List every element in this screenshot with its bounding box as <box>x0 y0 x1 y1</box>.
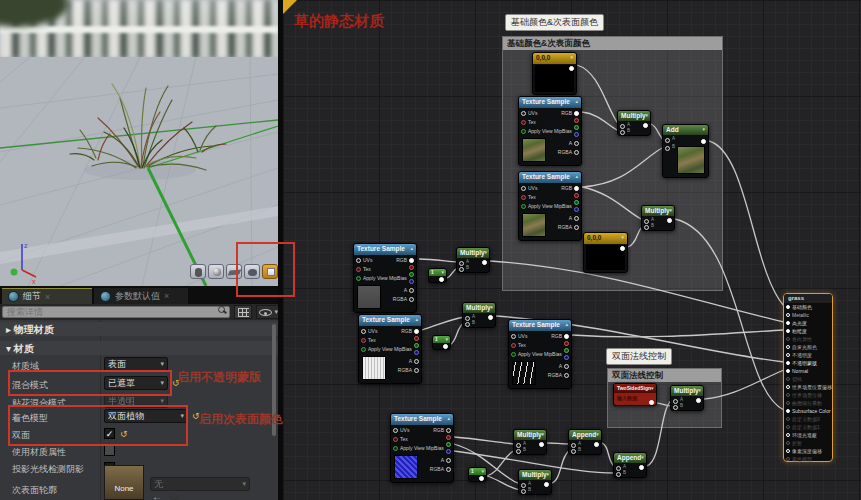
texture-sample-node[interactable]: Texture Sample▴ UVs Tex Apply View MipBi… <box>508 319 572 389</box>
input-pin-tex[interactable] <box>356 267 361 272</box>
scalar-constant-node[interactable]: 1▾ <box>428 268 447 283</box>
input-pin-mipbias[interactable] <box>356 276 361 281</box>
browse-to-asset-icon[interactable] <box>170 493 177 500</box>
output-pin-b[interactable] <box>564 355 569 360</box>
pin-subsurface-color[interactable]: Subsurface Color <box>784 407 832 415</box>
section-material[interactable]: ▾ 材质 <box>0 341 283 355</box>
input-pin-tex[interactable] <box>511 343 516 348</box>
input-pin-uvs[interactable] <box>521 111 526 116</box>
output-pin-rgba[interactable] <box>414 368 419 373</box>
input-pin-uvs[interactable] <box>521 186 526 191</box>
output-pin-b[interactable] <box>446 449 451 454</box>
input-pin-mipbias[interactable] <box>393 446 398 451</box>
pin-opacity-mask[interactable]: 不透明蒙版 <box>784 359 832 367</box>
output-pin[interactable] <box>594 442 599 447</box>
preview-sphere-button[interactable] <box>208 264 224 279</box>
search-input[interactable] <box>2 306 230 318</box>
output-pin-rgb[interactable] <box>574 111 579 116</box>
input-pin-uvs[interactable] <box>356 258 361 263</box>
input-pin-a[interactable] <box>673 399 678 404</box>
output-pin-b[interactable] <box>414 350 419 355</box>
input-pin-mipbias[interactable] <box>521 129 526 134</box>
output-pin-a[interactable] <box>409 288 414 293</box>
output-pin-a[interactable] <box>414 359 419 364</box>
tab-details[interactable]: 细节 × <box>2 288 92 304</box>
input-pin-uvs[interactable] <box>511 334 516 339</box>
preview-cylinder-button[interactable] <box>190 264 206 279</box>
output-pin[interactable] <box>620 246 625 251</box>
output-pin-a[interactable] <box>564 364 569 369</box>
output-pin-g[interactable] <box>446 442 451 447</box>
use-selected-asset-icon[interactable]: ← <box>152 491 162 500</box>
pin-normal[interactable]: Normal <box>784 367 832 375</box>
input-pin-tex[interactable] <box>521 195 526 200</box>
close-icon[interactable]: × <box>164 291 169 301</box>
material-output-node[interactable]: grass 基础颜色 Metallic 高光度 粗糙度 各向异性 自发光颜色 不… <box>783 293 833 462</box>
output-pin-rgb[interactable] <box>409 258 414 263</box>
input-pin-b[interactable] <box>521 489 526 494</box>
texture-sample-node[interactable]: Texture Sample▴ UVs Tex Apply View MipBi… <box>518 171 582 241</box>
input-pin-mipbias[interactable] <box>511 352 516 357</box>
input-pin-b[interactable] <box>516 449 521 454</box>
multiply-node[interactable]: Multiply▾ A B <box>670 385 704 411</box>
output-pin-a[interactable] <box>574 216 579 221</box>
subsurface-profile-dropdown[interactable]: 无▾ <box>150 477 250 491</box>
output-pin[interactable] <box>479 476 484 481</box>
output-pin-rgba[interactable] <box>564 373 569 378</box>
input-pin-b[interactable] <box>673 405 678 410</box>
output-pin-g[interactable] <box>409 272 414 277</box>
close-icon[interactable]: × <box>45 292 50 302</box>
multiply-node[interactable]: Multiply▾ A B <box>456 247 490 273</box>
pin-specular[interactable]: 高光度 <box>784 319 832 327</box>
add-node[interactable]: Add▾ A B <box>662 124 709 178</box>
output-pin-r[interactable] <box>574 118 579 123</box>
append-node[interactable]: Append▾ A B <box>613 452 647 478</box>
two-sided-sign-node[interactable]: TwoSidedSign▾ 输入数据 <box>613 383 657 406</box>
output-pin-b[interactable] <box>574 207 579 212</box>
output-pin[interactable] <box>639 465 644 470</box>
input-pin-a[interactable] <box>665 138 670 143</box>
output-pin-a[interactable] <box>574 141 579 146</box>
input-pin-b[interactable] <box>665 146 670 151</box>
output-pin-b[interactable] <box>409 279 414 284</box>
output-pin-rgb[interactable] <box>446 428 451 433</box>
input-pin-a[interactable] <box>521 483 526 488</box>
output-pin-rgba[interactable] <box>574 225 579 230</box>
output-pin-rgba[interactable] <box>446 467 451 472</box>
view-options-grid-button[interactable] <box>234 305 252 319</box>
multiply-node[interactable]: Multiply▾ A B <box>641 205 675 231</box>
output-pin[interactable] <box>701 139 706 144</box>
pin-world-position-offset[interactable]: 世界场景位置偏移 <box>784 383 832 391</box>
input-pin-a[interactable] <box>620 124 625 129</box>
pin-metallic[interactable]: Metallic <box>784 311 832 319</box>
input-pin-mipbias[interactable] <box>361 347 366 352</box>
output-pin[interactable] <box>443 344 448 349</box>
texture-sample-node[interactable]: Texture Sample▴ UVs Tex Apply View MipBi… <box>518 96 582 166</box>
input-pin-a[interactable] <box>516 443 521 448</box>
subsurface-profile-thumbnail[interactable]: None <box>104 465 144 500</box>
input-pin-b[interactable] <box>459 267 464 272</box>
input-pin-a[interactable] <box>571 443 576 448</box>
input-pin-b[interactable] <box>465 322 470 327</box>
input-pin-a[interactable] <box>644 219 649 224</box>
input-pin-a[interactable] <box>465 316 470 321</box>
output-pin[interactable] <box>643 123 648 128</box>
input-pin-a[interactable] <box>459 261 464 266</box>
texture-sample-node[interactable]: Texture Sample▴ UVs Tex Apply View MipBi… <box>390 413 454 483</box>
output-pin[interactable] <box>544 482 549 487</box>
output-pin[interactable] <box>696 398 701 403</box>
material-domain-dropdown[interactable]: 表面▾ <box>104 357 168 371</box>
input-pin-tex[interactable] <box>361 338 366 343</box>
append-node[interactable]: Append▾ A B <box>568 429 602 455</box>
vector-parameter-node[interactable]: 0,0,0▾ <box>583 232 628 273</box>
output-pin-a[interactable] <box>446 458 451 463</box>
output-pin-rgba[interactable] <box>574 150 579 155</box>
output-pin-r[interactable] <box>409 265 414 270</box>
pin-base-color[interactable]: 基础颜色 <box>784 303 832 311</box>
pin-pixel-depth-offset[interactable]: 像素深度偏移 <box>784 447 832 455</box>
input-pin-b[interactable] <box>616 472 621 477</box>
section-physical-material[interactable]: ▸ 物理材质 <box>0 322 283 336</box>
output-pin[interactable] <box>439 277 444 282</box>
output-pin-rgb[interactable] <box>574 186 579 191</box>
comment-header[interactable]: 基础颜色&次表面颜色 <box>503 37 722 50</box>
